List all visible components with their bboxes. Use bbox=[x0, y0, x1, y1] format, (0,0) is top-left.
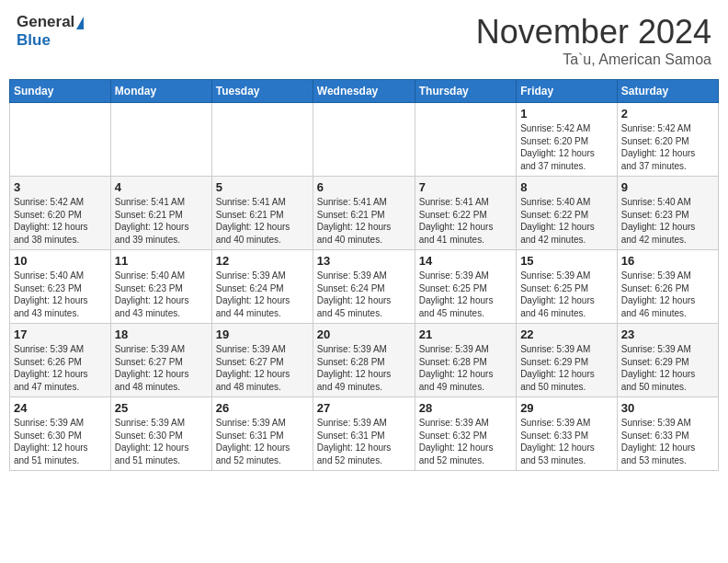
day-number: 25 bbox=[115, 401, 208, 415]
page-header: General Blue November 2024 Ta`u, America… bbox=[9, 9, 719, 72]
calendar-cell bbox=[10, 103, 111, 177]
title-block: November 2024 Ta`u, American Samoa bbox=[476, 13, 711, 68]
day-number: 23 bbox=[621, 327, 714, 341]
calendar-cell: 6Sunrise: 5:41 AMSunset: 6:21 PMDaylight… bbox=[313, 177, 415, 250]
calendar-cell bbox=[415, 103, 516, 177]
day-number: 10 bbox=[14, 254, 107, 268]
logo: General Blue bbox=[17, 13, 84, 50]
day-info: Sunrise: 5:39 AMSunset: 6:28 PMDaylight:… bbox=[419, 343, 512, 393]
calendar-cell: 25Sunrise: 5:39 AMSunset: 6:30 PMDayligh… bbox=[110, 397, 211, 471]
calendar-cell: 24Sunrise: 5:39 AMSunset: 6:30 PMDayligh… bbox=[10, 397, 111, 471]
day-number: 26 bbox=[216, 401, 309, 415]
day-info: Sunrise: 5:39 AMSunset: 6:27 PMDaylight:… bbox=[216, 343, 309, 393]
calendar-cell: 10Sunrise: 5:40 AMSunset: 6:23 PMDayligh… bbox=[10, 250, 111, 324]
day-info: Sunrise: 5:39 AMSunset: 6:25 PMDaylight:… bbox=[419, 270, 512, 319]
day-info: Sunrise: 5:39 AMSunset: 6:30 PMDaylight:… bbox=[14, 417, 107, 466]
day-number: 24 bbox=[14, 401, 107, 415]
day-info: Sunrise: 5:39 AMSunset: 6:32 PMDaylight:… bbox=[419, 417, 512, 466]
calendar-cell: 2Sunrise: 5:42 AMSunset: 6:20 PMDaylight… bbox=[617, 103, 718, 177]
calendar-cell: 3Sunrise: 5:42 AMSunset: 6:20 PMDaylight… bbox=[10, 177, 111, 250]
day-number: 8 bbox=[520, 180, 613, 194]
calendar-week-row: 10Sunrise: 5:40 AMSunset: 6:23 PMDayligh… bbox=[10, 250, 719, 324]
day-info: Sunrise: 5:39 AMSunset: 6:33 PMDaylight:… bbox=[621, 417, 714, 466]
day-info: Sunrise: 5:42 AMSunset: 6:20 PMDaylight:… bbox=[520, 122, 613, 172]
day-info: Sunrise: 5:39 AMSunset: 6:24 PMDaylight:… bbox=[216, 270, 309, 319]
day-number: 12 bbox=[216, 254, 309, 268]
calendar-cell: 8Sunrise: 5:40 AMSunset: 6:22 PMDaylight… bbox=[517, 177, 618, 250]
day-number: 18 bbox=[115, 327, 208, 341]
calendar-cell: 30Sunrise: 5:39 AMSunset: 6:33 PMDayligh… bbox=[617, 397, 718, 471]
weekday-header-row: SundayMondayTuesdayWednesdayThursdayFrid… bbox=[10, 80, 719, 103]
day-info: Sunrise: 5:41 AMSunset: 6:21 PMDaylight:… bbox=[317, 196, 411, 246]
day-number: 6 bbox=[317, 180, 411, 194]
day-number: 5 bbox=[216, 180, 309, 194]
weekday-header-wednesday: Wednesday bbox=[313, 80, 415, 103]
calendar-cell: 29Sunrise: 5:39 AMSunset: 6:33 PMDayligh… bbox=[517, 397, 618, 471]
calendar-cell: 12Sunrise: 5:39 AMSunset: 6:24 PMDayligh… bbox=[211, 250, 313, 324]
calendar-week-row: 3Sunrise: 5:42 AMSunset: 6:20 PMDaylight… bbox=[10, 177, 719, 250]
calendar-cell: 20Sunrise: 5:39 AMSunset: 6:28 PMDayligh… bbox=[313, 324, 415, 397]
day-info: Sunrise: 5:42 AMSunset: 6:20 PMDaylight:… bbox=[621, 122, 714, 172]
day-number: 27 bbox=[317, 401, 411, 415]
day-info: Sunrise: 5:39 AMSunset: 6:29 PMDaylight:… bbox=[621, 343, 714, 393]
calendar-cell: 23Sunrise: 5:39 AMSunset: 6:29 PMDayligh… bbox=[617, 324, 718, 397]
calendar-week-row: 17Sunrise: 5:39 AMSunset: 6:26 PMDayligh… bbox=[10, 324, 719, 397]
day-number: 21 bbox=[419, 327, 512, 341]
logo-blue-text: Blue bbox=[17, 31, 51, 50]
calendar-cell: 14Sunrise: 5:39 AMSunset: 6:25 PMDayligh… bbox=[415, 250, 516, 324]
day-info: Sunrise: 5:39 AMSunset: 6:31 PMDaylight:… bbox=[216, 417, 309, 466]
day-info: Sunrise: 5:39 AMSunset: 6:27 PMDaylight:… bbox=[115, 343, 208, 393]
weekday-header-thursday: Thursday bbox=[415, 80, 516, 103]
day-info: Sunrise: 5:39 AMSunset: 6:31 PMDaylight:… bbox=[317, 417, 411, 466]
day-info: Sunrise: 5:40 AMSunset: 6:22 PMDaylight:… bbox=[520, 196, 613, 246]
day-number: 14 bbox=[419, 254, 512, 268]
calendar-cell: 19Sunrise: 5:39 AMSunset: 6:27 PMDayligh… bbox=[211, 324, 313, 397]
day-number: 28 bbox=[419, 401, 512, 415]
calendar-cell: 17Sunrise: 5:39 AMSunset: 6:26 PMDayligh… bbox=[10, 324, 111, 397]
day-number: 13 bbox=[317, 254, 411, 268]
calendar-cell: 16Sunrise: 5:39 AMSunset: 6:26 PMDayligh… bbox=[617, 250, 718, 324]
day-number: 20 bbox=[317, 327, 411, 341]
calendar-cell: 4Sunrise: 5:41 AMSunset: 6:21 PMDaylight… bbox=[110, 177, 211, 250]
weekday-header-sunday: Sunday bbox=[10, 80, 111, 103]
day-number: 17 bbox=[14, 327, 107, 341]
calendar-week-row: 24Sunrise: 5:39 AMSunset: 6:30 PMDayligh… bbox=[10, 397, 719, 471]
logo-triangle-icon bbox=[76, 17, 84, 29]
day-number: 1 bbox=[520, 107, 613, 121]
day-number: 3 bbox=[14, 180, 107, 194]
day-info: Sunrise: 5:39 AMSunset: 6:28 PMDaylight:… bbox=[317, 343, 411, 393]
calendar-cell: 28Sunrise: 5:39 AMSunset: 6:32 PMDayligh… bbox=[415, 397, 516, 471]
calendar-cell: 13Sunrise: 5:39 AMSunset: 6:24 PMDayligh… bbox=[313, 250, 415, 324]
day-info: Sunrise: 5:39 AMSunset: 6:30 PMDaylight:… bbox=[115, 417, 208, 466]
calendar-cell: 21Sunrise: 5:39 AMSunset: 6:28 PMDayligh… bbox=[415, 324, 516, 397]
calendar-cell: 5Sunrise: 5:41 AMSunset: 6:21 PMDaylight… bbox=[211, 177, 313, 250]
day-info: Sunrise: 5:40 AMSunset: 6:23 PMDaylight:… bbox=[621, 196, 714, 246]
calendar-cell: 9Sunrise: 5:40 AMSunset: 6:23 PMDaylight… bbox=[617, 177, 718, 250]
day-info: Sunrise: 5:39 AMSunset: 6:29 PMDaylight:… bbox=[520, 343, 613, 393]
calendar-cell: 11Sunrise: 5:40 AMSunset: 6:23 PMDayligh… bbox=[110, 250, 211, 324]
day-info: Sunrise: 5:41 AMSunset: 6:21 PMDaylight:… bbox=[115, 196, 208, 246]
day-number: 19 bbox=[216, 327, 309, 341]
day-info: Sunrise: 5:41 AMSunset: 6:22 PMDaylight:… bbox=[419, 196, 512, 246]
location-title: Ta`u, American Samoa bbox=[476, 52, 711, 68]
weekday-header-tuesday: Tuesday bbox=[211, 80, 313, 103]
day-number: 7 bbox=[419, 180, 512, 194]
day-info: Sunrise: 5:42 AMSunset: 6:20 PMDaylight:… bbox=[14, 196, 107, 246]
calendar-cell: 7Sunrise: 5:41 AMSunset: 6:22 PMDaylight… bbox=[415, 177, 516, 250]
day-number: 9 bbox=[621, 180, 714, 194]
day-number: 29 bbox=[520, 401, 613, 415]
calendar-cell: 1Sunrise: 5:42 AMSunset: 6:20 PMDaylight… bbox=[517, 103, 618, 177]
calendar-cell: 27Sunrise: 5:39 AMSunset: 6:31 PMDayligh… bbox=[313, 397, 415, 471]
day-number: 11 bbox=[115, 254, 208, 268]
day-info: Sunrise: 5:40 AMSunset: 6:23 PMDaylight:… bbox=[14, 270, 107, 319]
day-number: 2 bbox=[621, 107, 714, 121]
day-number: 4 bbox=[115, 180, 208, 194]
month-title: November 2024 bbox=[476, 13, 711, 52]
calendar-cell: 26Sunrise: 5:39 AMSunset: 6:31 PMDayligh… bbox=[211, 397, 313, 471]
day-info: Sunrise: 5:39 AMSunset: 6:24 PMDaylight:… bbox=[317, 270, 411, 319]
calendar-table: SundayMondayTuesdayWednesdayThursdayFrid… bbox=[9, 79, 719, 471]
calendar-cell: 18Sunrise: 5:39 AMSunset: 6:27 PMDayligh… bbox=[110, 324, 211, 397]
calendar-cell bbox=[211, 103, 313, 177]
day-number: 30 bbox=[621, 401, 714, 415]
weekday-header-monday: Monday bbox=[110, 80, 211, 103]
